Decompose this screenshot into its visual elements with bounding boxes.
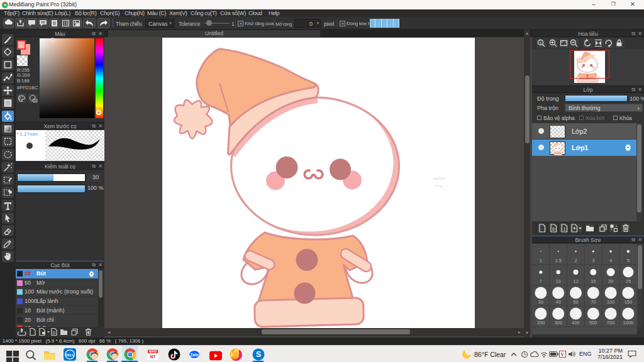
svg-text:1.5: 1.5 [555,258,561,263]
svg-text:8: 8 [552,227,555,231]
svg-text:300: 300 [554,320,562,326]
svg-text:Zalo: Zalo [190,353,198,357]
svg-text:V: V [561,352,565,358]
svg-text:5: 5 [627,258,630,263]
svg-text:7: 7 [540,278,542,284]
svg-text:4: 4 [609,258,612,263]
svg-text:30: 30 [538,299,543,305]
svg-text:1: 1 [540,41,542,45]
svg-text:15: 15 [591,278,596,284]
svg-text:1: 1 [564,227,566,231]
svg-text:1000: 1000 [623,320,634,326]
svg-text:70: 70 [591,299,596,305]
svg-text:25: 25 [626,278,631,284]
svg-text:40: 40 [556,299,561,305]
svg-text:100: 100 [607,299,615,305]
svg-text:400: 400 [572,320,580,326]
svg-text:150: 150 [625,299,633,305]
svg-text:2: 2 [574,258,577,263]
svg-text:NT: NT [150,354,156,359]
svg-text:500: 500 [589,320,597,326]
svg-text:200: 200 [537,320,545,326]
svg-text:DELL: DELL [65,353,75,357]
svg-text:3: 3 [592,258,594,263]
svg-text:12: 12 [573,278,578,284]
svg-text:1: 1 [540,258,542,263]
svg-text:BAO: BAO [149,349,157,353]
svg-text:S: S [53,331,56,335]
svg-text:50: 50 [573,299,578,305]
svg-text:10: 10 [556,278,561,284]
svg-text:20: 20 [608,278,613,284]
svg-text:700: 700 [607,320,615,326]
svg-text:S: S [256,350,261,359]
